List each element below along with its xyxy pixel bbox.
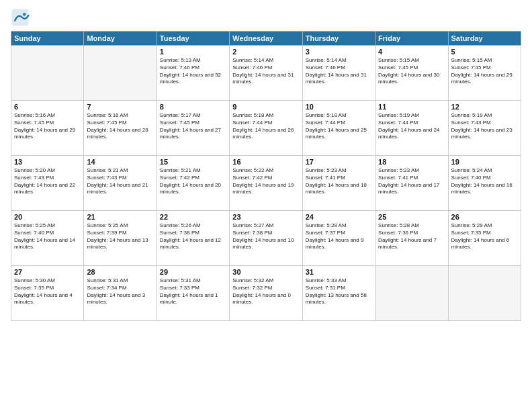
day-number: 30	[232, 268, 299, 276]
cell-text: Sunrise: 5:19 AMSunset: 7:44 PMDaylight:…	[378, 112, 445, 141]
cell-text: Sunrise: 5:14 AMSunset: 7:46 PMDaylight:…	[232, 57, 299, 86]
page: SundayMondayTuesdayWednesdayThursdayFrid…	[0, 0, 532, 411]
logo-icon	[11, 8, 30, 27]
cell-text: Sunrise: 5:13 AMSunset: 7:46 PMDaylight:…	[160, 57, 226, 86]
cell-text: Sunrise: 5:25 AMSunset: 7:40 PMDaylight:…	[14, 222, 81, 251]
calendar-cell: 12Sunrise: 5:19 AMSunset: 7:43 PMDayligh…	[448, 101, 521, 156]
calendar-cell: 26Sunrise: 5:29 AMSunset: 7:35 PMDayligh…	[448, 211, 521, 266]
cell-text: Sunrise: 5:29 AMSunset: 7:35 PMDaylight:…	[451, 222, 518, 251]
cell-text: Sunrise: 5:26 AMSunset: 7:38 PMDaylight:…	[160, 222, 226, 251]
calendar-cell: 25Sunrise: 5:28 AMSunset: 7:36 PMDayligh…	[375, 211, 448, 266]
day-number: 1	[160, 48, 226, 56]
cell-text: Sunrise: 5:24 AMSunset: 7:40 PMDaylight:…	[451, 167, 518, 196]
day-number: 9	[232, 103, 299, 111]
calendar-cell: 11Sunrise: 5:19 AMSunset: 7:44 PMDayligh…	[375, 101, 448, 156]
day-number: 27	[14, 268, 81, 276]
calendar-cell: 15Sunrise: 5:21 AMSunset: 7:42 PMDayligh…	[157, 156, 229, 211]
cell-text: Sunrise: 5:18 AMSunset: 7:44 PMDaylight:…	[306, 112, 372, 141]
calendar-cell: 2Sunrise: 5:14 AMSunset: 7:46 PMDaylight…	[230, 46, 302, 101]
week-row-1: 1Sunrise: 5:13 AMSunset: 7:46 PMDaylight…	[11, 46, 521, 101]
day-number: 25	[378, 213, 445, 221]
calendar-cell: 27Sunrise: 5:30 AMSunset: 7:35 PMDayligh…	[11, 266, 84, 321]
day-number: 14	[87, 158, 153, 166]
calendar-cell: 23Sunrise: 5:27 AMSunset: 7:38 PMDayligh…	[230, 211, 302, 266]
day-number: 26	[451, 213, 518, 221]
cell-text: Sunrise: 5:31 AMSunset: 7:33 PMDaylight:…	[160, 277, 226, 306]
calendar-cell: 19Sunrise: 5:24 AMSunset: 7:40 PMDayligh…	[448, 156, 521, 211]
calendar-cell: 31Sunrise: 5:33 AMSunset: 7:31 PMDayligh…	[302, 266, 375, 321]
cell-text: Sunrise: 5:28 AMSunset: 7:37 PMDaylight:…	[306, 222, 372, 251]
calendar-cell: 9Sunrise: 5:18 AMSunset: 7:44 PMDaylight…	[230, 101, 302, 156]
calendar-cell: 18Sunrise: 5:23 AMSunset: 7:41 PMDayligh…	[375, 156, 448, 211]
cell-text: Sunrise: 5:22 AMSunset: 7:42 PMDaylight:…	[232, 167, 299, 196]
calendar-cell: 17Sunrise: 5:23 AMSunset: 7:41 PMDayligh…	[302, 156, 375, 211]
day-number: 15	[160, 158, 226, 166]
calendar-cell: 13Sunrise: 5:20 AMSunset: 7:43 PMDayligh…	[11, 156, 84, 211]
weekday-header-sunday: Sunday	[11, 32, 84, 46]
day-number: 19	[451, 158, 518, 166]
cell-text: Sunrise: 5:21 AMSunset: 7:43 PMDaylight:…	[87, 167, 153, 196]
day-number: 4	[378, 48, 445, 56]
calendar-cell: 30Sunrise: 5:32 AMSunset: 7:32 PMDayligh…	[230, 266, 302, 321]
cell-text: Sunrise: 5:25 AMSunset: 7:39 PMDaylight:…	[87, 222, 153, 251]
calendar-cell: 6Sunrise: 5:16 AMSunset: 7:45 PMDaylight…	[11, 101, 84, 156]
calendar-cell: 4Sunrise: 5:15 AMSunset: 7:45 PMDaylight…	[375, 46, 448, 101]
week-row-2: 6Sunrise: 5:16 AMSunset: 7:45 PMDaylight…	[11, 101, 521, 156]
cell-text: Sunrise: 5:21 AMSunset: 7:42 PMDaylight:…	[160, 167, 226, 196]
calendar-cell: 7Sunrise: 5:16 AMSunset: 7:45 PMDaylight…	[84, 101, 157, 156]
cell-text: Sunrise: 5:14 AMSunset: 7:46 PMDaylight:…	[306, 57, 372, 86]
cell-text: Sunrise: 5:31 AMSunset: 7:34 PMDaylight:…	[87, 277, 153, 306]
calendar-cell: 16Sunrise: 5:22 AMSunset: 7:42 PMDayligh…	[230, 156, 302, 211]
day-number: 23	[232, 213, 299, 221]
day-number: 31	[306, 268, 372, 276]
calendar-cell: 20Sunrise: 5:25 AMSunset: 7:40 PMDayligh…	[11, 211, 84, 266]
calendar-cell	[375, 266, 448, 321]
cell-text: Sunrise: 5:15 AMSunset: 7:45 PMDaylight:…	[451, 57, 518, 86]
calendar-header: SundayMondayTuesdayWednesdayThursdayFrid…	[11, 32, 521, 46]
day-number: 16	[232, 158, 299, 166]
day-number: 6	[14, 103, 81, 111]
day-number: 13	[14, 158, 81, 166]
calendar: SundayMondayTuesdayWednesdayThursdayFrid…	[11, 31, 521, 321]
day-number: 3	[306, 48, 372, 56]
day-number: 21	[87, 213, 153, 221]
week-row-3: 13Sunrise: 5:20 AMSunset: 7:43 PMDayligh…	[11, 156, 521, 211]
calendar-cell: 14Sunrise: 5:21 AMSunset: 7:43 PMDayligh…	[84, 156, 157, 211]
cell-text: Sunrise: 5:33 AMSunset: 7:31 PMDaylight:…	[306, 277, 372, 306]
calendar-cell: 8Sunrise: 5:17 AMSunset: 7:45 PMDaylight…	[157, 101, 229, 156]
week-row-4: 20Sunrise: 5:25 AMSunset: 7:40 PMDayligh…	[11, 211, 521, 266]
cell-text: Sunrise: 5:18 AMSunset: 7:44 PMDaylight:…	[232, 112, 299, 141]
cell-text: Sunrise: 5:30 AMSunset: 7:35 PMDaylight:…	[14, 277, 81, 306]
weekday-header-saturday: Saturday	[448, 32, 521, 46]
weekday-header-tuesday: Tuesday	[157, 32, 229, 46]
calendar-cell	[11, 46, 84, 101]
day-number: 22	[160, 213, 226, 221]
weekday-header-friday: Friday	[375, 32, 448, 46]
calendar-cell: 5Sunrise: 5:15 AMSunset: 7:45 PMDaylight…	[448, 46, 521, 101]
day-number: 29	[160, 268, 226, 276]
calendar-cell: 1Sunrise: 5:13 AMSunset: 7:46 PMDaylight…	[157, 46, 229, 101]
day-number: 18	[378, 158, 445, 166]
calendar-cell: 24Sunrise: 5:28 AMSunset: 7:37 PMDayligh…	[302, 211, 375, 266]
day-number: 11	[378, 103, 445, 111]
cell-text: Sunrise: 5:15 AMSunset: 7:45 PMDaylight:…	[378, 57, 445, 86]
calendar-cell	[448, 266, 521, 321]
weekday-header-monday: Monday	[84, 32, 157, 46]
cell-text: Sunrise: 5:27 AMSunset: 7:38 PMDaylight:…	[232, 222, 299, 251]
cell-text: Sunrise: 5:20 AMSunset: 7:43 PMDaylight:…	[14, 167, 81, 196]
day-number: 10	[306, 103, 372, 111]
calendar-cell: 10Sunrise: 5:18 AMSunset: 7:44 PMDayligh…	[302, 101, 375, 156]
day-number: 28	[87, 268, 153, 276]
calendar-cell: 22Sunrise: 5:26 AMSunset: 7:38 PMDayligh…	[157, 211, 229, 266]
calendar-cell: 29Sunrise: 5:31 AMSunset: 7:33 PMDayligh…	[157, 266, 229, 321]
day-number: 2	[232, 48, 299, 56]
day-number: 17	[306, 158, 372, 166]
cell-text: Sunrise: 5:28 AMSunset: 7:36 PMDaylight:…	[378, 222, 445, 251]
cell-text: Sunrise: 5:17 AMSunset: 7:45 PMDaylight:…	[160, 112, 226, 141]
calendar-cell: 3Sunrise: 5:14 AMSunset: 7:46 PMDaylight…	[302, 46, 375, 101]
weekday-header-thursday: Thursday	[302, 32, 375, 46]
day-number: 20	[14, 213, 81, 221]
cell-text: Sunrise: 5:23 AMSunset: 7:41 PMDaylight:…	[306, 167, 372, 196]
header	[11, 8, 521, 27]
cell-text: Sunrise: 5:16 AMSunset: 7:45 PMDaylight:…	[14, 112, 81, 141]
